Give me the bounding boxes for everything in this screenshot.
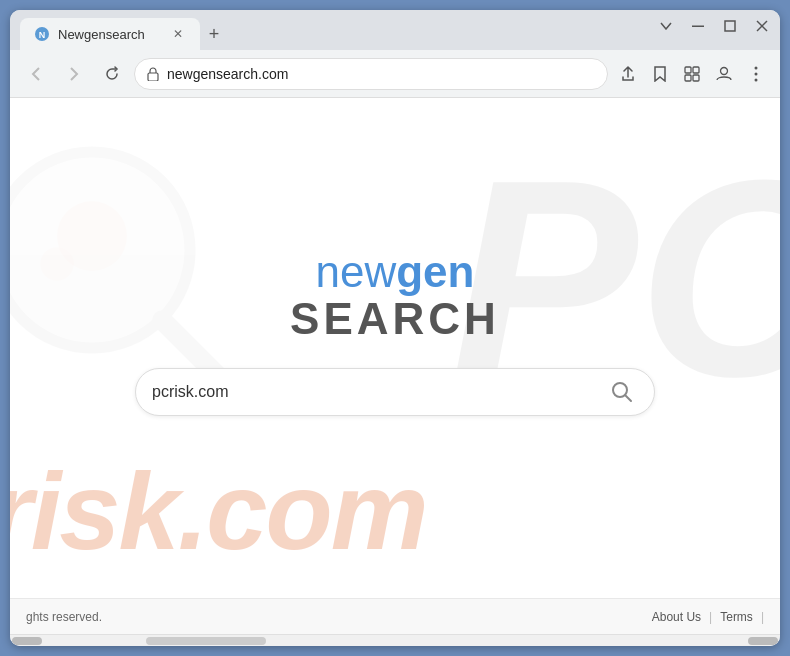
toolbar: [10, 50, 780, 98]
copyright-text: ghts reserved.: [26, 610, 102, 624]
maximize-button[interactable]: [722, 18, 738, 34]
svg-point-13: [755, 72, 758, 75]
chevron-down-button[interactable]: [658, 18, 674, 34]
svg-rect-9: [685, 75, 691, 81]
share-button[interactable]: [614, 60, 642, 88]
footer-links: About Us | Terms |: [652, 610, 764, 624]
search-button[interactable]: [606, 376, 638, 408]
title-bar: N Newgensearch ✕ +: [10, 10, 780, 50]
extensions-button[interactable]: [678, 60, 706, 88]
svg-point-14: [755, 78, 758, 81]
brand-logo: newgen SEARCH: [290, 250, 500, 344]
brand-name: newgen: [290, 250, 500, 294]
close-button[interactable]: [754, 18, 770, 34]
scroll-left-arrow[interactable]: [12, 637, 42, 645]
brand-search: SEARCH: [290, 294, 500, 344]
svg-point-11: [721, 67, 728, 74]
scroll-thumb[interactable]: [146, 637, 266, 645]
svg-rect-10: [693, 75, 699, 81]
svg-line-20: [625, 395, 631, 401]
window-controls: [658, 18, 770, 34]
terms-link[interactable]: Terms: [720, 610, 753, 624]
svg-rect-3: [725, 21, 735, 31]
toolbar-actions: [614, 60, 770, 88]
scroll-right-arrow[interactable]: [748, 637, 778, 645]
minimize-button[interactable]: [690, 18, 706, 34]
tab-close-button[interactable]: ✕: [170, 26, 186, 42]
active-tab[interactable]: N Newgensearch ✕: [20, 18, 200, 50]
tab-favicon: N: [34, 26, 50, 42]
tab-title: Newgensearch: [58, 27, 145, 42]
page-content: PC risk.com newgen SEARCH: [10, 98, 780, 634]
brand-gen: gen: [396, 247, 474, 296]
svg-rect-8: [693, 67, 699, 73]
svg-rect-6: [148, 73, 158, 81]
main-area: newgen SEARCH: [10, 98, 780, 598]
search-input[interactable]: [152, 383, 606, 401]
profile-button[interactable]: [710, 60, 738, 88]
svg-point-12: [755, 66, 758, 69]
svg-rect-7: [685, 67, 691, 73]
lock-icon: [147, 67, 159, 81]
url-input[interactable]: [167, 66, 595, 82]
brand-new: new: [316, 247, 397, 296]
forward-button[interactable]: [58, 58, 90, 90]
search-bar[interactable]: [135, 368, 655, 416]
bookmark-button[interactable]: [646, 60, 674, 88]
footer-divider-1: |: [709, 610, 712, 624]
menu-button[interactable]: [742, 60, 770, 88]
browser-window: N Newgensearch ✕ +: [10, 10, 780, 646]
svg-rect-2: [692, 26, 704, 28]
new-tab-button[interactable]: +: [200, 20, 228, 48]
footer-divider-2: |: [761, 610, 764, 624]
footer: ghts reserved. About Us | Terms |: [10, 598, 780, 634]
svg-text:N: N: [39, 30, 46, 40]
about-us-link[interactable]: About Us: [652, 610, 701, 624]
refresh-button[interactable]: [96, 58, 128, 90]
address-bar[interactable]: [134, 58, 608, 90]
horizontal-scrollbar[interactable]: [10, 634, 780, 646]
back-button[interactable]: [20, 58, 52, 90]
